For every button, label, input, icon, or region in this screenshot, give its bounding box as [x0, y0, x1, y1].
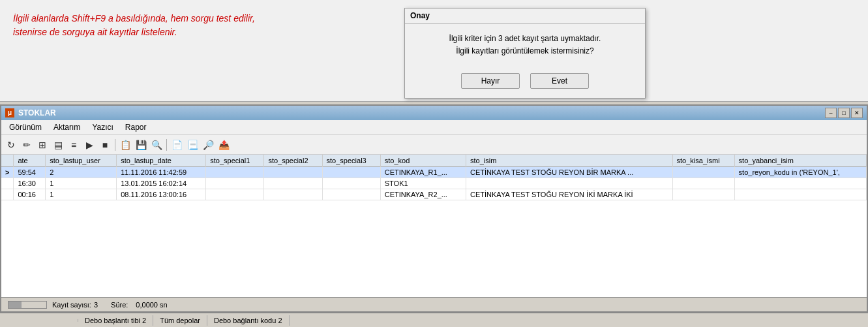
row2-special2: [264, 178, 322, 189]
dialog-content: İlgili kriter için 3 adet kayıt şarta uy…: [405, 23, 645, 67]
row2-lastup-date: 13.01.2015 16:02:14: [117, 178, 206, 189]
confirm-dialog: Onay İlgili kriter için 3 adet kayıt şar…: [404, 8, 646, 99]
horizontal-scrollbar[interactable]: [8, 301, 47, 309]
row2-special1: [206, 178, 264, 189]
col-ate[interactable]: ate: [14, 155, 46, 167]
row3-ate: 00:16: [14, 189, 46, 200]
row3-isim: CETİNKAYA TEST STOĞU REYON İKİ MARKA İKİ: [466, 189, 673, 200]
kayit-count: 3: [94, 301, 98, 309]
row1-special3: [322, 167, 380, 178]
taskbar-seg2: Debo başlantı tibi 2: [78, 315, 153, 326]
row3-special2: [264, 189, 322, 200]
col-indicator: [1, 155, 14, 167]
col-special1[interactable]: sto_special1: [206, 155, 264, 167]
data-table: ate sto_lastup_user sto_lastup_date sto_…: [1, 155, 867, 200]
restore-button[interactable]: □: [838, 108, 850, 118]
row3-special1: [206, 189, 264, 200]
evet-button[interactable]: Evet: [530, 73, 589, 89]
toolbar-export[interactable]: 📤: [217, 138, 231, 152]
row2-yabanci-isim: [734, 178, 866, 189]
menu-aktarim[interactable]: Aktarım: [48, 121, 85, 133]
row1-ate: 59:54: [14, 167, 46, 178]
minimize-button[interactable]: –: [825, 108, 837, 118]
sure-value: 0,0000 sn: [136, 301, 167, 309]
row3-lastup-date: 08.11.2016 13:00:16: [117, 189, 206, 200]
toolbar-edit[interactable]: ✏: [20, 138, 34, 152]
row2-ate: 16:30: [14, 178, 46, 189]
taskbar: Debo başlantı tibi 2 Tüm depolar Debo ba…: [0, 313, 868, 327]
kayit-label: Kayıt sayısı:: [52, 301, 91, 309]
toolbar-zoom[interactable]: 🔎: [201, 138, 215, 152]
row2-lastup-user: 1: [46, 178, 117, 189]
row3-lastup-user: 1: [46, 189, 117, 200]
col-yabanci-isim[interactable]: sto_yabanci_isim: [734, 155, 866, 167]
col-isim[interactable]: sto_isim: [466, 155, 673, 167]
sure-label: Süre:: [111, 301, 128, 309]
dialog-message-line2: İlgili kayıtları görüntülemek istermisin…: [415, 45, 635, 57]
row1-kod: CETINKAYA_R1_...: [380, 167, 466, 178]
toolbar-stop[interactable]: ■: [98, 138, 112, 152]
hayir-button[interactable]: Hayır: [461, 73, 520, 89]
row3-kisa-ismi: [672, 189, 734, 200]
stoklar-window: μ STOKLAR – □ ✕ Görünüm Aktarım Yazıcı R…: [0, 104, 868, 313]
col-lastup-user[interactable]: sto_lastup_user: [46, 155, 117, 167]
row1-lastup-user: 2: [46, 167, 117, 178]
row2-kisa-ismi: [672, 178, 734, 189]
row3-yabanci-isim: [734, 189, 866, 200]
table-row[interactable]: 16:30 1 13.01.2015 16:02:14 STOK1: [1, 178, 867, 189]
col-special3[interactable]: sto_special3: [322, 155, 380, 167]
table-header-row: ate sto_lastup_user sto_lastup_date sto_…: [1, 155, 867, 167]
window-title-left: μ STOKLAR: [5, 108, 56, 117]
row3-indicator: [1, 189, 14, 200]
taskbar-seg3: Tüm depolar: [153, 315, 207, 326]
toolbar-copy[interactable]: 📋: [118, 138, 132, 152]
col-special2[interactable]: sto_special2: [264, 155, 322, 167]
dialog-title: Onay: [405, 8, 645, 23]
toolbar: ↻ ✏ ⊞ ▤ ≡ ▶ ■ 📋 💾 🔍 📄 📃 🔎 📤: [1, 135, 867, 155]
row2-special3: [322, 178, 380, 189]
toolbar-doc2[interactable]: 📃: [185, 138, 200, 152]
menu-bar: Görünüm Aktarım Yazıcı Rapor: [1, 120, 867, 135]
table-row[interactable]: > 59:54 2 11.11.2016 11:42:59 CETINKAYA_…: [1, 167, 867, 178]
row2-isim: [466, 178, 673, 189]
col-kisa-ismi[interactable]: sto_kisa_ismi: [672, 155, 734, 167]
row1-yabanci-isim: sto_reyon_kodu in ('REYON_1',: [734, 167, 866, 178]
menu-gorunum[interactable]: Görünüm: [4, 121, 47, 133]
top-area: İlgili alanlarda Shift+F9 a basıldığında…: [0, 0, 868, 101]
close-button[interactable]: ✕: [851, 108, 863, 118]
toolbar-list[interactable]: ▤: [51, 138, 65, 152]
window-controls: – □ ✕: [825, 108, 863, 118]
toolbar-filter[interactable]: ≡: [67, 138, 81, 152]
toolbar-grid[interactable]: ⊞: [35, 138, 50, 152]
toolbar-sep2: [166, 139, 167, 151]
toolbar-save[interactable]: 💾: [134, 138, 148, 152]
taskbar-seg4: Debo bağlantı kodu 2: [207, 315, 290, 326]
toolbar-doc1[interactable]: 📄: [170, 138, 184, 152]
scrollbar-thumb: [8, 302, 22, 308]
row1-indicator: >: [1, 167, 14, 178]
col-kod[interactable]: sto_kod: [380, 155, 466, 167]
row1-lastup-date: 11.11.2016 11:42:59: [117, 167, 206, 178]
toolbar-sep1: [115, 139, 115, 151]
toolbar-refresh[interactable]: ↻: [4, 138, 18, 152]
dialog-buttons: Hayır Evet: [405, 67, 645, 98]
row1-special2: [264, 167, 322, 178]
row3-kod: CETINKAYA_R2_...: [380, 189, 466, 200]
window-icon: μ: [5, 108, 14, 117]
row3-special3: [322, 189, 380, 200]
table-row[interactable]: 00:16 1 08.11.2016 13:00:16 CETINKAYA_R2…: [1, 189, 867, 200]
toolbar-search[interactable]: 🔍: [149, 138, 164, 152]
menu-yazici[interactable]: Yazıcı: [87, 121, 118, 133]
instruction-line2: istenirse de sorguya ait kayıtlar listel…: [13, 27, 177, 37]
dialog-message-line1: İlgili kriter için 3 adet kayıt şarta uy…: [415, 33, 635, 45]
data-table-container[interactable]: ate sto_lastup_user sto_lastup_date sto_…: [1, 155, 867, 297]
col-lastup-date[interactable]: sto_lastup_date: [117, 155, 206, 167]
status-bar: Kayıt sayısı: 3 Süre: 0,0000 sn: [1, 297, 867, 311]
window-title: STOKLAR: [18, 108, 56, 117]
row1-special1: [206, 167, 264, 178]
row1-isim: CETİNKAYA TEST STOĞU REYON BİR MARKA ...: [466, 167, 673, 178]
toolbar-play[interactable]: ▶: [82, 138, 97, 152]
window-title-bar: μ STOKLAR – □ ✕: [1, 106, 867, 120]
taskbar-seg1: [0, 319, 78, 322]
menu-rapor[interactable]: Rapor: [120, 121, 152, 133]
